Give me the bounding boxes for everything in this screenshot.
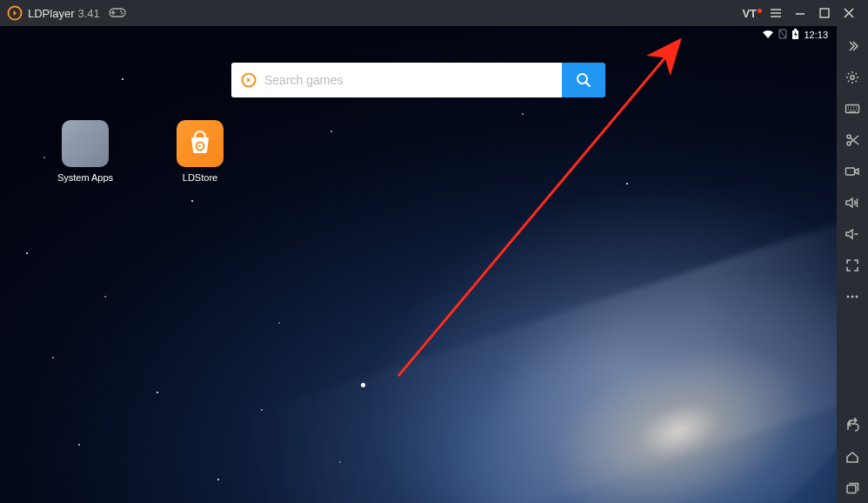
back-button[interactable]: [838, 411, 866, 440]
recent-apps-button[interactable]: [838, 473, 866, 503]
system-apps-folder-icon: [62, 120, 109, 167]
battery-charging-icon: [791, 29, 799, 42]
vt-label: VT: [742, 7, 757, 20]
maximize-button[interactable]: [812, 1, 837, 25]
svg-point-19: [856, 296, 858, 298]
ldplayer-logo-icon: [7, 5, 23, 21]
no-sim-icon: [778, 29, 787, 41]
status-time: 12:13: [804, 30, 828, 40]
svg-point-2: [120, 10, 122, 12]
record-button[interactable]: [838, 157, 866, 186]
svg-point-17: [847, 296, 850, 298]
android-status-bar: 12:13: [0, 26, 837, 44]
settings-button[interactable]: [838, 63, 866, 92]
volume-up-button[interactable]: [838, 188, 866, 218]
app-system-apps[interactable]: System Apps: [54, 120, 117, 183]
hamburger-menu-button[interactable]: [764, 1, 788, 25]
app-version: 3.41: [77, 7, 99, 20]
svg-point-14: [847, 135, 851, 138]
app-label: System Apps: [57, 172, 113, 183]
wifi-icon: [762, 30, 774, 41]
home-button[interactable]: [838, 442, 866, 472]
svg-rect-16: [846, 168, 855, 175]
volume-down-button[interactable]: [838, 219, 866, 249]
right-sidebar: [837, 26, 868, 503]
search-button[interactable]: [562, 63, 605, 97]
app-ldstore[interactable]: LDStore: [169, 120, 231, 183]
svg-point-3: [121, 12, 123, 14]
search-input[interactable]: [264, 73, 553, 87]
more-button[interactable]: [838, 282, 866, 312]
vt-alert-dot: [758, 9, 762, 13]
svg-point-18: [851, 296, 854, 298]
main-container: 12:13 System Apps: [0, 26, 868, 503]
svg-rect-4: [820, 9, 829, 17]
svg-rect-7: [794, 29, 797, 30]
titlebar: LDPlayer 3.41 VT: [0, 0, 868, 26]
app-title: LDPlayer: [28, 7, 74, 20]
apps-grid: System Apps LDStore: [54, 120, 231, 183]
scissors-button[interactable]: [838, 125, 866, 155]
collapse-sidebar-button[interactable]: [838, 31, 866, 61]
svg-point-15: [847, 142, 851, 145]
ldstore-icon: [177, 120, 224, 167]
search-box[interactable]: [231, 63, 562, 97]
minimize-button[interactable]: [788, 1, 812, 25]
vt-indicator[interactable]: VT: [735, 7, 764, 20]
keyboard-button[interactable]: [838, 94, 866, 124]
wallpaper: [0, 26, 837, 503]
app-label: LDStore: [183, 172, 217, 183]
svg-point-12: [851, 76, 854, 79]
ldplayer-search-logo-icon: [240, 71, 257, 89]
svg-rect-20: [847, 486, 856, 493]
content-area: 12:13 System Apps: [0, 26, 837, 503]
search-container: [231, 63, 605, 97]
controller-icon[interactable]: [109, 6, 126, 21]
fullscreen-button[interactable]: [838, 251, 866, 280]
close-button[interactable]: [837, 1, 861, 25]
